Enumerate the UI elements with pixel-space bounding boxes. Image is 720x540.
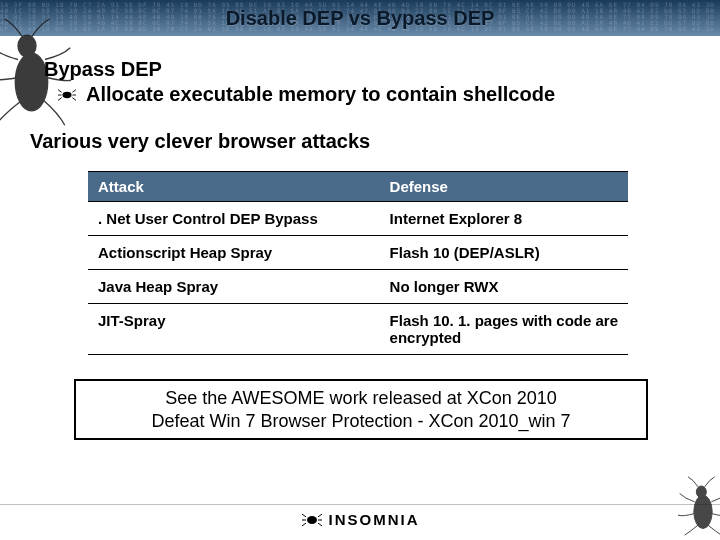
footer-brand: INSOMNIA xyxy=(329,511,420,528)
cell-attack: Actionscript Heap Spray xyxy=(88,236,380,270)
subheading: Various very clever browser attacks xyxy=(30,130,684,153)
cell-defense: Flash 10. 1. pages with code are encrypt… xyxy=(380,304,628,355)
table-row: Actionscript Heap Spray Flash 10 (DEP/AS… xyxy=(88,236,628,270)
title-bar: 1A 3F 08 BD 10 7B C7 2A 91 5E DF 70 45 1… xyxy=(0,0,720,36)
table-header-attack: Attack xyxy=(88,172,380,202)
table-row: . Net User Control DEP Bypass Internet E… xyxy=(88,202,628,236)
cell-attack: . Net User Control DEP Bypass xyxy=(88,202,380,236)
bullet-text: Allocate executable memory to contain sh… xyxy=(86,83,555,106)
svg-point-4 xyxy=(694,495,712,528)
callout-line-2: Defeat Win 7 Browser Protection - XCon 2… xyxy=(86,410,636,433)
bullet-item: Allocate executable memory to contain sh… xyxy=(44,83,684,106)
cell-defense: Internet Explorer 8 xyxy=(380,202,628,236)
bug-bullet-icon xyxy=(58,88,76,102)
callout-box: See the AWESOME work released at XCon 20… xyxy=(74,379,648,440)
cell-attack: JIT-Spray xyxy=(88,304,380,355)
attacks-table: Attack Defense . Net User Control DEP By… xyxy=(88,171,628,355)
cell-defense: No longer RWX xyxy=(380,270,628,304)
svg-point-3 xyxy=(307,516,317,524)
slide-title: Disable DEP vs Bypass DEP xyxy=(226,7,495,30)
footer: INSOMNIA xyxy=(0,504,720,528)
cell-defense: Flash 10 (DEP/ASLR) xyxy=(380,236,628,270)
section-heading: Bypass DEP xyxy=(44,58,684,81)
cell-attack: Java Heap Spray xyxy=(88,270,380,304)
table-row: JIT-Spray Flash 10. 1. pages with code a… xyxy=(88,304,628,355)
svg-point-5 xyxy=(696,486,706,498)
table-row: Java Heap Spray No longer RWX xyxy=(88,270,628,304)
callout-line-1: See the AWESOME work released at XCon 20… xyxy=(86,387,636,410)
svg-point-2 xyxy=(63,91,72,97)
table-header-defense: Defense xyxy=(380,172,628,202)
slide-content: Bypass DEP Allocate executable memory to… xyxy=(0,36,720,440)
cockroach-decoration-small xyxy=(678,476,720,536)
footer-bug-icon xyxy=(301,512,323,528)
